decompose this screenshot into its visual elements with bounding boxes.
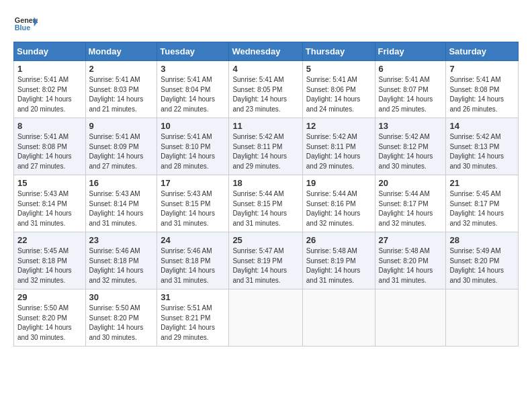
calendar-cell: 1Sunrise: 5:41 AMSunset: 8:02 PMDaylight…	[14, 61, 86, 118]
day-number: 25	[232, 235, 298, 245]
day-number: 31	[161, 292, 225, 302]
day-info: Sunrise: 5:51 AMSunset: 8:21 PMDaylight:…	[161, 304, 225, 342]
calendar-week-row: 29Sunrise: 5:50 AMSunset: 8:20 PMDayligh…	[14, 289, 519, 347]
calendar-cell: 10Sunrise: 5:41 AMSunset: 8:10 PMDayligh…	[157, 118, 229, 175]
day-number: 6	[379, 64, 443, 74]
day-number: 14	[449, 121, 515, 131]
calendar-cell: 24Sunrise: 5:46 AMSunset: 8:18 PMDayligh…	[157, 232, 229, 289]
day-info: Sunrise: 5:42 AMSunset: 8:11 PMDaylight:…	[232, 132, 298, 171]
day-number: 19	[306, 178, 371, 188]
day-info: Sunrise: 5:44 AMSunset: 8:17 PMDaylight:…	[379, 189, 443, 228]
calendar-cell: 21Sunrise: 5:45 AMSunset: 8:17 PMDayligh…	[446, 175, 519, 232]
day-number: 22	[17, 235, 82, 245]
calendar-cell: 22Sunrise: 5:45 AMSunset: 8:18 PMDayligh…	[14, 232, 86, 289]
svg-text:Blue: Blue	[15, 24, 30, 32]
calendar-cell	[229, 289, 302, 347]
day-number: 5	[306, 64, 371, 74]
day-number: 12	[306, 121, 371, 131]
page-header: General Blue	[7, 7, 525, 39]
calendar-week-row: 8Sunrise: 5:41 AMSunset: 8:08 PMDaylight…	[14, 118, 519, 175]
day-number: 24	[161, 235, 225, 245]
calendar-cell: 30Sunrise: 5:50 AMSunset: 8:20 PMDayligh…	[85, 289, 157, 347]
day-number: 20	[379, 178, 443, 188]
day-info: Sunrise: 5:41 AMSunset: 8:08 PMDaylight:…	[449, 75, 515, 114]
calendar-cell: 12Sunrise: 5:42 AMSunset: 8:11 PMDayligh…	[302, 118, 375, 175]
calendar-cell: 29Sunrise: 5:50 AMSunset: 8:20 PMDayligh…	[14, 289, 86, 347]
day-number: 23	[89, 235, 154, 245]
header-thursday: Thursday	[302, 42, 375, 61]
header-wednesday: Wednesday	[229, 42, 302, 61]
calendar-cell: 2Sunrise: 5:41 AMSunset: 8:03 PMDaylight…	[85, 61, 157, 118]
calendar-cell: 31Sunrise: 5:51 AMSunset: 8:21 PMDayligh…	[157, 289, 229, 347]
day-info: Sunrise: 5:44 AMSunset: 8:15 PMDaylight:…	[232, 189, 298, 228]
day-number: 7	[449, 64, 515, 74]
day-number: 8	[17, 121, 82, 131]
calendar-cell: 15Sunrise: 5:43 AMSunset: 8:14 PMDayligh…	[14, 175, 86, 232]
day-number: 10	[161, 121, 225, 131]
day-number: 30	[89, 292, 154, 302]
calendar-cell: 11Sunrise: 5:42 AMSunset: 8:11 PMDayligh…	[229, 118, 302, 175]
header-friday: Friday	[375, 42, 446, 61]
day-info: Sunrise: 5:41 AMSunset: 8:02 PMDaylight:…	[17, 75, 82, 114]
logo-icon: General Blue	[13, 12, 38, 36]
calendar-cell: 20Sunrise: 5:44 AMSunset: 8:17 PMDayligh…	[375, 175, 446, 232]
day-info: Sunrise: 5:42 AMSunset: 8:13 PMDaylight:…	[449, 132, 515, 171]
day-number: 18	[232, 178, 298, 188]
day-info: Sunrise: 5:41 AMSunset: 8:09 PMDaylight:…	[89, 132, 154, 171]
calendar-cell: 27Sunrise: 5:48 AMSunset: 8:20 PMDayligh…	[375, 232, 446, 289]
calendar-cell: 5Sunrise: 5:41 AMSunset: 8:06 PMDaylight…	[302, 61, 375, 118]
day-info: Sunrise: 5:46 AMSunset: 8:18 PMDaylight:…	[89, 246, 154, 285]
day-number: 29	[17, 292, 82, 302]
day-number: 17	[161, 178, 225, 188]
calendar-cell: 26Sunrise: 5:48 AMSunset: 8:19 PMDayligh…	[302, 232, 375, 289]
day-info: Sunrise: 5:49 AMSunset: 8:20 PMDaylight:…	[449, 246, 515, 285]
calendar-cell: 23Sunrise: 5:46 AMSunset: 8:18 PMDayligh…	[85, 232, 157, 289]
day-number: 13	[379, 121, 443, 131]
day-number: 1	[17, 64, 82, 74]
calendar-week-row: 15Sunrise: 5:43 AMSunset: 8:14 PMDayligh…	[14, 175, 519, 232]
day-number: 2	[89, 64, 154, 74]
logo: General Blue	[13, 12, 38, 36]
day-number: 4	[232, 64, 298, 74]
day-info: Sunrise: 5:46 AMSunset: 8:18 PMDaylight:…	[161, 246, 225, 285]
day-info: Sunrise: 5:48 AMSunset: 8:19 PMDaylight:…	[306, 246, 371, 285]
header-saturday: Saturday	[446, 42, 519, 61]
calendar-header-row: SundayMondayTuesdayWednesdayThursdayFrid…	[14, 42, 519, 61]
calendar-cell: 19Sunrise: 5:44 AMSunset: 8:16 PMDayligh…	[302, 175, 375, 232]
day-info: Sunrise: 5:41 AMSunset: 8:05 PMDaylight:…	[232, 75, 298, 114]
calendar-cell: 17Sunrise: 5:43 AMSunset: 8:15 PMDayligh…	[157, 175, 229, 232]
day-info: Sunrise: 5:47 AMSunset: 8:19 PMDaylight:…	[232, 246, 298, 285]
header-sunday: Sunday	[14, 42, 86, 61]
calendar-cell: 3Sunrise: 5:41 AMSunset: 8:04 PMDaylight…	[157, 61, 229, 118]
header-tuesday: Tuesday	[157, 42, 229, 61]
calendar-cell: 8Sunrise: 5:41 AMSunset: 8:08 PMDaylight…	[14, 118, 86, 175]
day-info: Sunrise: 5:45 AMSunset: 8:18 PMDaylight:…	[17, 246, 82, 285]
day-number: 16	[89, 178, 154, 188]
day-info: Sunrise: 5:50 AMSunset: 8:20 PMDaylight:…	[89, 304, 154, 342]
calendar-cell: 6Sunrise: 5:41 AMSunset: 8:07 PMDaylight…	[375, 61, 446, 118]
calendar-cell: 7Sunrise: 5:41 AMSunset: 8:08 PMDaylight…	[446, 61, 519, 118]
day-info: Sunrise: 5:44 AMSunset: 8:16 PMDaylight:…	[306, 189, 371, 228]
day-info: Sunrise: 5:41 AMSunset: 8:07 PMDaylight:…	[379, 75, 443, 114]
calendar-cell	[375, 289, 446, 347]
calendar-cell: 14Sunrise: 5:42 AMSunset: 8:13 PMDayligh…	[446, 118, 519, 175]
day-number: 26	[306, 235, 371, 245]
day-info: Sunrise: 5:41 AMSunset: 8:06 PMDaylight:…	[306, 75, 371, 114]
day-info: Sunrise: 5:50 AMSunset: 8:20 PMDaylight:…	[17, 304, 82, 342]
day-info: Sunrise: 5:45 AMSunset: 8:17 PMDaylight:…	[449, 189, 515, 228]
calendar-cell: 18Sunrise: 5:44 AMSunset: 8:15 PMDayligh…	[229, 175, 302, 232]
calendar-week-row: 22Sunrise: 5:45 AMSunset: 8:18 PMDayligh…	[14, 232, 519, 289]
day-info: Sunrise: 5:41 AMSunset: 8:03 PMDaylight:…	[89, 75, 154, 114]
calendar-cell: 16Sunrise: 5:43 AMSunset: 8:14 PMDayligh…	[85, 175, 157, 232]
header-monday: Monday	[85, 42, 157, 61]
day-info: Sunrise: 5:41 AMSunset: 8:04 PMDaylight:…	[161, 75, 225, 114]
day-number: 11	[232, 121, 298, 131]
calendar-container: SundayMondayTuesdayWednesdayThursdayFrid…	[7, 39, 525, 353]
day-number: 15	[17, 178, 82, 188]
day-info: Sunrise: 5:43 AMSunset: 8:15 PMDaylight:…	[161, 189, 225, 228]
day-number: 21	[449, 178, 515, 188]
calendar-cell: 9Sunrise: 5:41 AMSunset: 8:09 PMDaylight…	[85, 118, 157, 175]
day-number: 3	[161, 64, 225, 74]
day-info: Sunrise: 5:48 AMSunset: 8:20 PMDaylight:…	[379, 246, 443, 285]
day-info: Sunrise: 5:41 AMSunset: 8:10 PMDaylight:…	[161, 132, 225, 171]
